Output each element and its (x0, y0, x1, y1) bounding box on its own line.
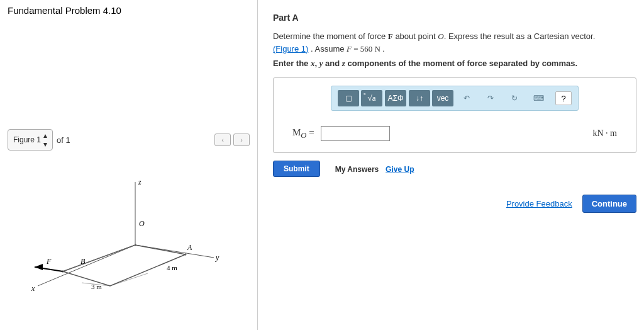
svg-line-4 (63, 245, 135, 271)
answer-input[interactable] (321, 126, 390, 141)
give-up-link[interactable]: Give Up (386, 165, 414, 174)
vec-button[interactable]: vec (432, 90, 453, 106)
var-O: O (438, 31, 443, 41)
math-toolbar: ▢ x√a ΑΣΦ ↓↑ vec ↶ ↷ ↻ ⌨ ? (331, 86, 579, 111)
figure-prev-button[interactable]: ‹ (214, 134, 231, 146)
var-F2: F (347, 44, 352, 54)
vec-arrows-button[interactable]: ↓↑ (409, 90, 430, 106)
redo-button[interactable]: ↷ (480, 90, 501, 106)
point-B-label: B (80, 257, 86, 266)
point-A-label: A (187, 243, 192, 252)
var-F: F (388, 31, 393, 41)
instruction-text: Determine the moment of force F about po… (273, 30, 636, 55)
svg-marker-6 (35, 264, 43, 270)
svg-line-2 (38, 245, 135, 286)
axis-x-label: x (31, 284, 35, 293)
enter-instruction: Enter the x, y and z components of the m… (273, 59, 636, 69)
figure-diagram: z y x O A B F 4 m 3 m (8, 176, 250, 302)
part-title: Part A (273, 13, 636, 23)
point-O-label: O (139, 219, 145, 228)
undo-button[interactable]: ↶ (456, 90, 477, 106)
figure-of-text: of 1 (57, 135, 70, 145)
answer-unit: kN · m (593, 128, 618, 139)
figure-label: Figure 1 (13, 135, 41, 144)
help-button[interactable]: ? (555, 91, 572, 105)
problem-title: Fundamental Problem 4.10 (8, 5, 250, 16)
figure-selector[interactable]: Figure 1 ▴▾ (8, 129, 53, 151)
template-button[interactable]: ▢ (338, 90, 359, 106)
answer-row: MO = kN · m (281, 122, 628, 145)
figure-next-button[interactable]: › (233, 134, 250, 146)
greek-button[interactable]: ΑΣΦ (385, 90, 406, 106)
stepper-icon: ▴▾ (43, 131, 47, 149)
force-F-label: F (46, 257, 52, 266)
answer-variable: MO = (292, 127, 314, 140)
xscript-button[interactable]: x√a (361, 90, 382, 106)
figure-bar: Figure 1 ▴▾ of 1 ‹ › (8, 129, 250, 151)
dim-4m: 4 m (167, 264, 177, 271)
reset-button[interactable]: ↻ (504, 90, 525, 106)
left-panel: Fundamental Problem 4.10 Figure 1 ▴▾ of … (0, 0, 258, 330)
answer-box: ▢ x√a ΑΣΦ ↓↑ vec ↶ ↷ ↻ ⌨ ? MO = (273, 77, 636, 153)
figure-link[interactable]: (Figure 1) (273, 44, 308, 54)
footer-row: Provide Feedback Continue (273, 195, 636, 213)
continue-button[interactable]: Continue (582, 195, 636, 213)
button-row: Submit My Answers Give Up (273, 161, 636, 177)
my-answers-label: My Answers (335, 165, 379, 174)
keyboard-button[interactable]: ⌨ (528, 90, 549, 106)
submit-button[interactable]: Submit (273, 161, 320, 177)
feedback-link[interactable]: Provide Feedback (506, 199, 572, 208)
axis-z-label: z (138, 178, 142, 186)
right-panel: Part A Determine the moment of force F a… (258, 0, 644, 330)
axis-y-label: y (215, 253, 219, 262)
